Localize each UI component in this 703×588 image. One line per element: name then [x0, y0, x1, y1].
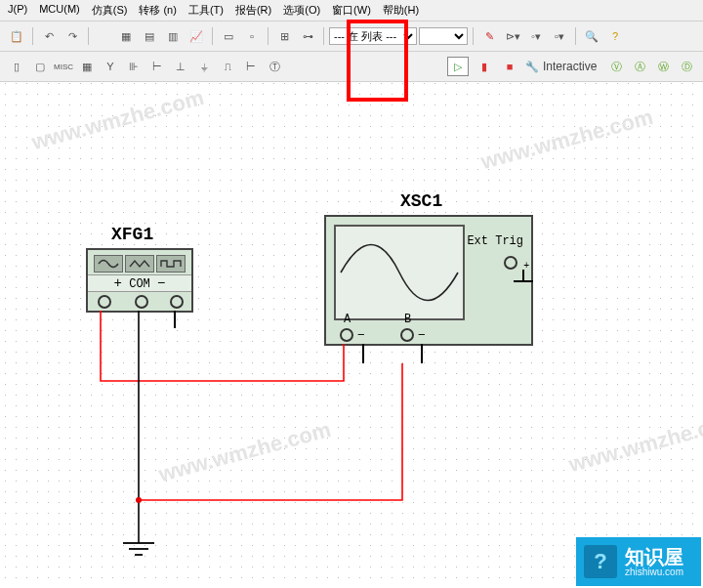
- probe-icon[interactable]: ✎: [478, 25, 500, 47]
- bus-icon[interactable]: ⊪: [123, 56, 145, 77]
- a-icon[interactable]: Ⓐ: [629, 56, 650, 77]
- badge-sub: zhishiwu.com: [625, 567, 683, 577]
- menu-sim[interactable]: 仿真(S): [92, 3, 128, 18]
- wire-net: [0, 78, 703, 588]
- paste-icon[interactable]: 📋: [6, 25, 27, 47]
- separator: [268, 27, 269, 45]
- redo-icon[interactable]: ↷: [62, 25, 83, 47]
- junction-icon[interactable]: ⊢: [240, 56, 262, 77]
- toolbar-1: 📋 ↶ ↷ ▦ ▤ ▥ 📈 ▭ ▫ ⊞ ⊶ --- 在 列表 --- ✎ ⊳▾ …: [0, 21, 703, 52]
- text-icon[interactable]: Ⓣ: [264, 56, 285, 77]
- site-badge: ? 知识屋 zhishiwu.com: [576, 537, 701, 586]
- w-icon[interactable]: Ⓦ: [652, 56, 674, 77]
- menu-bar: J(P) MCU(M) 仿真(S) 转移 (n) 工具(T) 报告(R) 选项(…: [0, 0, 703, 21]
- separator: [212, 27, 213, 45]
- separator: [473, 27, 474, 45]
- pin-icon[interactable]: ⊥: [170, 56, 191, 77]
- separator: [323, 27, 324, 45]
- menu-help[interactable]: 帮助(H): [383, 3, 419, 18]
- schematic-canvas[interactable]: www.wmzhe.com www.wmzhe.com www.wmzhe.co…: [0, 78, 703, 588]
- empty-combo[interactable]: [419, 27, 468, 45]
- grid-icon[interactable]: ▦: [115, 25, 137, 47]
- v-icon[interactable]: Ⓥ: [605, 56, 627, 77]
- run-button[interactable]: ▷: [447, 57, 469, 76]
- menu-mcu[interactable]: MCU(M): [39, 3, 80, 18]
- net-icon[interactable]: ▦: [76, 56, 98, 77]
- wrench-icon: 🔧: [525, 61, 539, 73]
- ground-icon[interactable]: ⏚: [193, 56, 215, 77]
- chip-icon[interactable]: ▢: [29, 56, 51, 77]
- menu-tools[interactable]: 工具(T): [188, 3, 224, 18]
- table-icon[interactable]: ▤: [139, 25, 160, 47]
- report-icon[interactable]: ▫: [241, 25, 263, 47]
- search-icon[interactable]: 🔍: [581, 25, 602, 47]
- separator: [88, 27, 89, 45]
- list-icon[interactable]: ▥: [162, 25, 184, 47]
- form-icon[interactable]: ▭: [218, 25, 239, 47]
- menu-window[interactable]: 窗口(W): [332, 3, 371, 18]
- menu-p[interactable]: J(P): [8, 3, 27, 18]
- undo-icon[interactable]: ↶: [38, 25, 60, 47]
- misc-icon[interactable]: MISC: [53, 56, 74, 77]
- menu-options[interactable]: 选项(O): [283, 3, 320, 18]
- wire-icon[interactable]: ⎍: [217, 56, 238, 77]
- stop-button[interactable]: ■: [500, 58, 519, 75]
- sim-mode-label[interactable]: Interactive: [543, 60, 597, 73]
- badge-title: 知识屋: [625, 547, 683, 567]
- component-icon[interactable]: ⊞: [273, 25, 295, 47]
- connector-icon[interactable]: ⊢: [146, 56, 168, 77]
- chart-icon[interactable]: 📈: [186, 25, 207, 47]
- link-icon[interactable]: ⊶: [297, 25, 318, 47]
- antenna-icon[interactable]: Y: [100, 56, 121, 77]
- ic-icon[interactable]: ▯: [6, 56, 27, 77]
- scope-icon[interactable]: ⊳▾: [502, 25, 523, 47]
- pause-button[interactable]: ▮: [475, 58, 494, 75]
- d-icon[interactable]: Ⓓ: [676, 56, 697, 77]
- meter-icon[interactable]: ◦▾: [525, 25, 547, 47]
- separator: [575, 27, 576, 45]
- analyzer-icon[interactable]: ▫▾: [549, 25, 570, 47]
- separator: [32, 27, 33, 45]
- badge-text: 知识屋 zhishiwu.com: [625, 547, 683, 577]
- menu-transfer[interactable]: 转移 (n): [139, 3, 177, 18]
- help-icon[interactable]: ?: [604, 25, 626, 47]
- menu-report[interactable]: 报告(R): [235, 3, 271, 18]
- list-combo[interactable]: --- 在 列表 ---: [329, 27, 417, 45]
- badge-logo-icon: ?: [584, 545, 617, 578]
